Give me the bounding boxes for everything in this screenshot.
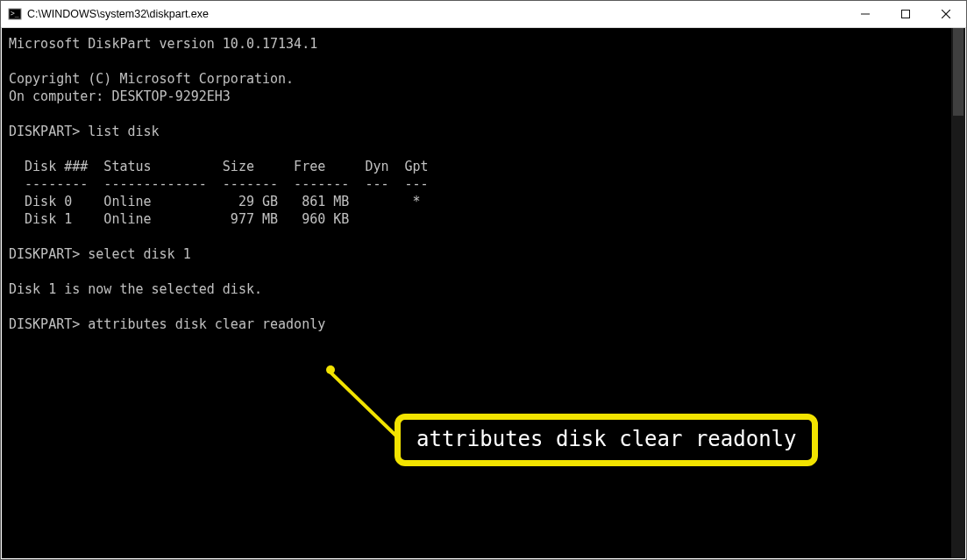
title-bar[interactable]: >_ C:\WINDOWS\system32\diskpart.exe xyxy=(1,1,966,28)
disk-table-header: Disk ### Status Size Free Dyn Gpt xyxy=(9,159,429,174)
window-controls xyxy=(845,1,966,27)
cmd-list-disk: list disk xyxy=(88,124,159,139)
minimize-button[interactable] xyxy=(845,1,885,27)
version-line: Microsoft DiskPart version 10.0.17134.1 xyxy=(9,36,317,52)
app-window: >_ C:\WINDOWS\system32\diskpart.exe Micr… xyxy=(0,0,967,560)
window-title: C:\WINDOWS\system32\diskpart.exe xyxy=(27,8,845,20)
copyright-line: Copyright (C) Microsoft Corporation. xyxy=(9,71,294,87)
prompt: DISKPART> xyxy=(9,124,80,139)
terminal-viewport[interactable]: Microsoft DiskPart version 10.0.17134.1 … xyxy=(2,28,951,558)
svg-text:>_: >_ xyxy=(11,10,19,18)
terminal-client-area: Microsoft DiskPart version 10.0.17134.1 … xyxy=(2,28,965,558)
cmd-select-disk: select disk 1 xyxy=(88,246,190,262)
close-button[interactable] xyxy=(926,1,966,27)
callout-box: attributes disk clear readonly xyxy=(395,414,818,466)
app-icon: >_ xyxy=(8,7,22,21)
maximize-button[interactable] xyxy=(885,1,926,27)
prompt: DISKPART> xyxy=(9,246,80,262)
svg-rect-4 xyxy=(902,11,910,18)
cmd-attributes: attributes disk clear readonly xyxy=(88,316,325,332)
disk-table-row: Disk 1 Online 977 MB 960 KB xyxy=(9,211,349,227)
terminal-output[interactable]: Microsoft DiskPart version 10.0.17134.1 … xyxy=(2,28,951,333)
computer-line: On computer: DESKTOP-9292EH3 xyxy=(9,89,231,104)
prompt: DISKPART> xyxy=(9,316,80,332)
disk-table-row: Disk 0 Online 29 GB 861 MB * xyxy=(9,194,421,209)
callout-text: attributes disk clear readonly xyxy=(416,427,796,451)
vertical-scrollbar[interactable] xyxy=(951,28,965,558)
select-result: Disk 1 is now the selected disk. xyxy=(9,281,262,297)
scrollbar-thumb[interactable] xyxy=(953,28,963,116)
disk-table-divider: -------- ------------- ------- ------- -… xyxy=(9,176,429,192)
